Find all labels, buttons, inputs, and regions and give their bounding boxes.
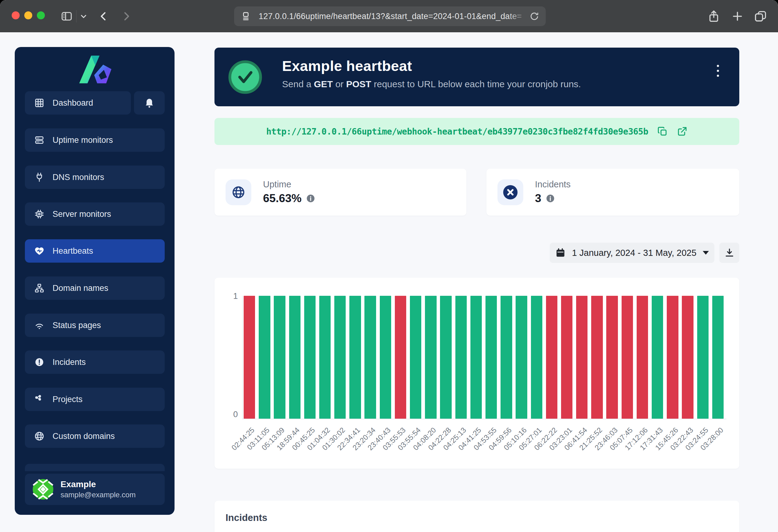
sidebar-item-uptime-monitors[interactable]: Uptime monitors	[25, 128, 165, 152]
page-title: Example heartbeat	[282, 58, 412, 74]
incidents-stat-card: Incidents 3	[486, 169, 739, 215]
new-tab-icon[interactable]	[731, 0, 744, 32]
chart-bar[interactable]	[349, 296, 361, 419]
profile-card[interactable]: Example sample@example.com	[25, 474, 165, 505]
share-icon[interactable]	[707, 0, 721, 32]
download-button[interactable]	[719, 243, 739, 263]
sidebar-item-label: Projects	[53, 395, 83, 404]
chart-bar[interactable]	[319, 296, 331, 419]
chart-bar[interactable]	[289, 296, 301, 419]
chart-bar[interactable]	[365, 296, 376, 419]
chart-bar[interactable]	[546, 296, 557, 419]
chart-bar[interactable]	[259, 296, 270, 419]
cpu-icon	[34, 209, 45, 219]
chart-bar[interactable]	[485, 296, 497, 419]
sidebar-item-label: Heartbeats	[53, 246, 93, 256]
chart-bar[interactable]	[274, 296, 285, 419]
status-check-icon	[228, 60, 262, 94]
uptime-value: 65.63%	[263, 192, 302, 205]
uptime-label: Uptime	[263, 179, 315, 189]
sidebar-item-heartbeats[interactable]: Heartbeats	[25, 239, 165, 263]
sidebar-item-label: Custom domains	[53, 432, 115, 441]
chart-bar[interactable]	[591, 296, 603, 419]
kebab-menu-icon[interactable]	[717, 65, 719, 77]
chart-bar[interactable]	[380, 296, 391, 419]
sidebar-item-dashboard[interactable]: Dashboard	[25, 91, 131, 114]
chart-bar[interactable]	[410, 296, 421, 419]
chart-bar[interactable]	[440, 296, 451, 419]
notifications-button[interactable]	[134, 91, 165, 114]
chart-bar[interactable]	[576, 296, 588, 419]
chart-bar[interactable]	[712, 296, 724, 419]
url-text[interactable]: 127.0.0.1/66uptime/heartbeat/13?&start_d…	[251, 12, 529, 21]
wifi-icon	[34, 320, 45, 331]
zoom-window-button[interactable]	[37, 11, 45, 19]
chart-bar[interactable]	[516, 296, 527, 419]
info-icon[interactable]	[306, 194, 315, 203]
chart-bar[interactable]	[470, 296, 482, 419]
chart-bar[interactable]	[622, 296, 633, 419]
sidebar-toggle-icon[interactable]	[60, 0, 73, 32]
profile-name: Example	[61, 479, 136, 489]
chart-bar[interactable]	[244, 296, 255, 419]
avatar	[32, 478, 54, 500]
sidebar-item-server-monitors[interactable]: Server monitors	[25, 202, 165, 226]
share-nodes-icon	[34, 394, 45, 405]
sidebar-item-domain-names[interactable]: Domain names	[25, 276, 165, 300]
globe-icon	[34, 431, 45, 441]
chart-bar[interactable]	[682, 296, 693, 419]
grid-icon	[34, 98, 45, 108]
info-icon[interactable]	[546, 194, 555, 203]
page-subtitle: Send a GET or POST request to URL below …	[282, 79, 581, 89]
external-link-icon[interactable]	[677, 126, 688, 137]
sidebar-item-label: Uptime monitors	[53, 136, 113, 145]
chart-bar[interactable]	[500, 296, 512, 419]
webhook-url-bar: http://127.0.0.1/66uptime/webhook-heartb…	[215, 118, 739, 145]
webhook-url[interactable]: http://127.0.0.1/66uptime/webhook-heartb…	[266, 126, 648, 137]
date-range-text: 1 January, 2024 - 31 May, 2025	[572, 248, 696, 258]
chevron-down-icon[interactable]	[79, 0, 88, 32]
chart-bar[interactable]	[652, 296, 663, 419]
chart-bar[interactable]	[667, 296, 678, 419]
sidebar-item-projects[interactable]: Projects	[25, 388, 165, 411]
sidebar: Dashboard Uptime monitors	[15, 47, 174, 515]
chart-bar[interactable]	[395, 296, 406, 419]
sidebar-item-incidents[interactable]: Incidents	[25, 350, 165, 374]
chart-bar[interactable]	[606, 296, 618, 419]
reload-icon[interactable]	[529, 11, 540, 21]
page-icon	[240, 11, 251, 22]
sidebar-item-dns-monitors[interactable]: DNS monitors	[25, 166, 165, 189]
copy-icon[interactable]	[657, 126, 668, 137]
close-window-button[interactable]	[12, 11, 20, 19]
traffic-lights	[12, 11, 45, 19]
sidebar-item-partial[interactable]	[25, 464, 165, 471]
incidents-label: Incidents	[535, 179, 570, 189]
chart-bar[interactable]	[425, 296, 436, 419]
address-bar[interactable]: 127.0.0.1/66uptime/heartbeat/13?&start_d…	[234, 6, 546, 26]
chart-bar[interactable]	[531, 296, 542, 419]
app-content: Dashboard Uptime monitors	[0, 32, 778, 532]
incidents-value: 3	[535, 192, 541, 205]
sidebar-item-label: DNS monitors	[53, 173, 104, 182]
sidebar-item-status-pages[interactable]: Status pages	[25, 314, 165, 337]
sidebar-item-custom-domains[interactable]: Custom domains	[25, 425, 165, 448]
chart-bar[interactable]	[697, 296, 709, 419]
chart-bar[interactable]	[455, 296, 467, 419]
uptime-stat-card: Uptime 65.63%	[215, 169, 466, 215]
app-logo[interactable]	[76, 52, 114, 86]
chart-bar[interactable]	[304, 296, 316, 419]
toolbar-divider	[76, 10, 77, 22]
chart-bar[interactable]	[561, 296, 572, 419]
exclamation-circle-icon	[34, 357, 45, 367]
forward-icon[interactable]	[120, 0, 133, 32]
sidebar-item-label: Incidents	[53, 358, 86, 367]
bell-icon	[144, 97, 155, 108]
back-icon[interactable]	[97, 0, 110, 32]
date-range-picker[interactable]: 1 January, 2024 - 31 May, 2025	[550, 243, 714, 263]
chart-bar[interactable]	[334, 296, 346, 419]
tabs-icon[interactable]	[754, 0, 768, 32]
heart-pulse-icon	[34, 246, 45, 256]
minimize-window-button[interactable]	[24, 11, 32, 19]
calendar-icon	[555, 248, 566, 258]
chart-bar[interactable]	[637, 296, 648, 419]
